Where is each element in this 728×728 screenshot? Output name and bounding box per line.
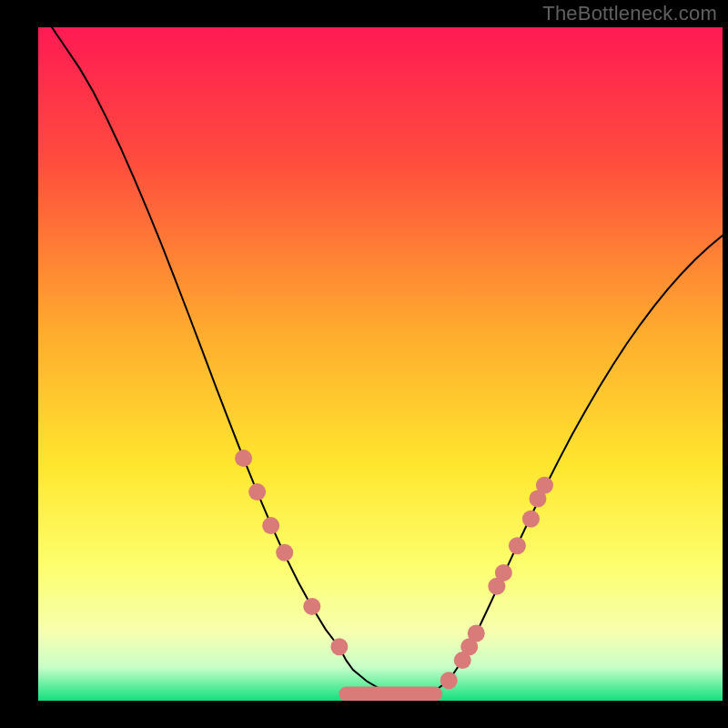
data-marker xyxy=(440,672,458,689)
data-marker xyxy=(330,638,348,655)
curve-overlay xyxy=(38,27,723,701)
data-marker xyxy=(276,544,293,561)
plot-area xyxy=(38,27,723,701)
data-marker xyxy=(509,537,526,554)
data-marker xyxy=(522,511,540,528)
data-marker xyxy=(495,564,512,581)
data-marker xyxy=(468,625,485,642)
data-marker xyxy=(536,477,553,494)
data-marker xyxy=(248,483,266,500)
data-marker xyxy=(235,450,252,467)
data-marker xyxy=(303,598,320,615)
bottleneck-curve xyxy=(52,27,723,694)
watermark-text: TheBottleneck.com xyxy=(542,2,717,25)
chart-frame: TheBottleneck.com xyxy=(0,0,728,728)
data-marker xyxy=(262,517,279,534)
